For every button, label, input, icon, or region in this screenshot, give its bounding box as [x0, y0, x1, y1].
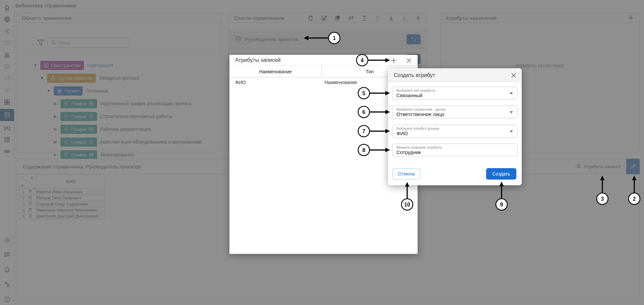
eye-icon[interactable] — [0, 146, 14, 157]
upload-icon[interactable] — [360, 14, 368, 22]
add-remove-icon[interactable]: ± — [31, 175, 33, 180]
tree-item-schedule[interactable]: ▶ График Рабочая документация — [53, 124, 151, 135]
tree-item-label: Рабочая документация — [100, 126, 151, 132]
info-icon[interactable] — [0, 294, 14, 305]
tree-item-label: Западный филиал — [99, 75, 139, 81]
tree-item-schedule[interactable]: ▶ График Укрупненный график реализации п… — [53, 98, 191, 109]
record-name: Сидоров Сидр Сидорович — [37, 201, 105, 207]
edit-content-button[interactable] — [626, 159, 640, 174]
table-row: 2 Петров Петр Петрович — [18, 195, 105, 201]
field-label: Выберите атрибут донора — [396, 126, 513, 130]
translate-icon[interactable] — [0, 279, 14, 290]
tree-item-space[interactable]: ▼ Пространство Корпорация — [33, 60, 113, 71]
page-title: Библиотека справочников — [15, 3, 76, 8]
cancel-button[interactable]: Отмена — [392, 168, 420, 180]
caret-down-icon[interactable]: ▼ — [40, 76, 44, 80]
chevron-down-icon — [510, 111, 513, 113]
caret-right-icon[interactable]: ▶ — [53, 101, 57, 106]
search-placeholder: Поиск — [58, 40, 71, 45]
comments-icon[interactable] — [0, 249, 14, 260]
scope-panel-title: Область применения — [16, 13, 221, 23]
add-attribute-icon[interactable] — [628, 14, 634, 23]
assignment-attrs-title: Атрибуты назначения — [440, 13, 640, 23]
scope-panel: Область применения Поиск ▼ Пространство … — [16, 13, 222, 152]
swap-icon[interactable] — [347, 14, 354, 22]
copy-stack-icon[interactable] — [0, 61, 14, 72]
fio-column-header: ФИО — [37, 175, 105, 189]
schedule-badge: График — [60, 125, 97, 134]
schedule-badge: График — [60, 150, 97, 159]
add-row-icon[interactable]: + — [21, 182, 24, 188]
table-row: 4 Николаев Николая Николаевич — [18, 207, 105, 213]
record-name: Иванов Иван Иванович — [37, 189, 105, 195]
attribute-type-select[interactable]: Выберите тип атрибута Связанный — [392, 87, 518, 100]
delete-row-icon[interactable] — [28, 195, 32, 201]
delete-row-icon[interactable] — [28, 189, 32, 195]
create-button[interactable]: Создать — [486, 168, 516, 180]
panel-icon[interactable] — [0, 37, 14, 49]
record-attrs-button[interactable]: Атрибуты записей — [575, 159, 621, 174]
record-attrs-modal-title: Атрибуты записей — [229, 55, 418, 66]
download-dot-icon[interactable] — [401, 14, 408, 22]
sort-lines-icon[interactable] — [0, 26, 14, 37]
delete-row-icon[interactable] — [28, 214, 32, 219]
close-icon[interactable] — [405, 56, 413, 65]
download-icon[interactable] — [387, 14, 395, 22]
sync-button[interactable] — [406, 34, 421, 44]
delete-row-icon[interactable] — [28, 201, 32, 207]
delete-row-icon[interactable] — [28, 207, 32, 213]
project-badge: Проект — [54, 86, 83, 96]
chevron-down-icon — [510, 130, 513, 132]
donor-dictionary-select[interactable]: Выберите справочник - донор Ответственно… — [392, 106, 518, 118]
bell-icon[interactable] — [0, 264, 14, 275]
table-corner-cell[interactable]: + ± — [18, 175, 37, 189]
schedule-badge: График — [60, 99, 97, 108]
tree-item-project[interactable]: ▼ Проект Гостиница — [47, 85, 109, 96]
caret-right-icon[interactable]: ▶ — [53, 127, 57, 131]
tree-item-label: Гостиница — [86, 88, 108, 93]
caret-right-icon[interactable]: ▶ — [53, 140, 57, 144]
caret-down-icon[interactable]: ▼ — [33, 63, 37, 68]
chart-icon[interactable] — [0, 49, 14, 61]
search-input[interactable]: Поиск — [47, 38, 129, 48]
upload-dot-icon[interactable] — [374, 14, 381, 22]
text-attribute-icon[interactable]: [A] — [0, 122, 14, 134]
empty-state-text: Атрибуты отсутствуют — [440, 63, 640, 68]
filter-icon[interactable] — [37, 39, 45, 48]
divider — [16, 52, 221, 52]
caret-right-icon[interactable]: ▶ — [53, 152, 57, 157]
tree-item-schedule[interactable]: ▶ График Комплектация оборудованием и ма… — [53, 137, 202, 147]
space-badge: Пространство — [40, 61, 84, 70]
caret-right-icon[interactable]: ▶ — [53, 114, 57, 119]
list-item-dictionary[interactable]: Руководитель проектов — [229, 30, 426, 49]
edit-icon[interactable] — [320, 14, 328, 22]
close-icon[interactable] — [510, 71, 518, 79]
attribute-name-input[interactable]: Введите название атрибута Сотрудник — [392, 144, 518, 156]
tree-item-label: Авансирование — [100, 152, 134, 157]
field-label: Введите название атрибута — [396, 145, 513, 149]
add-icon[interactable] — [414, 14, 422, 22]
tree-item-project-group[interactable]: ▼ Группа проектов Западный филиал — [40, 73, 139, 83]
home-icon[interactable] — [0, 2, 14, 13]
globe-icon[interactable] — [0, 14, 14, 25]
database-icon[interactable] — [0, 109, 14, 121]
field-value: ФИО — [396, 130, 513, 137]
schedule-badge: График — [60, 112, 97, 121]
hatch-icon[interactable] — [0, 84, 14, 96]
list-icon — [575, 163, 581, 170]
tree-item-label: Комплектация оборудованием и материалами — [100, 139, 202, 145]
add-record-attr-icon[interactable] — [390, 56, 398, 65]
trash-icon[interactable] — [307, 14, 314, 22]
record-name: Петров Петр Петрович — [37, 195, 105, 201]
caret-down-icon[interactable]: ▼ — [47, 88, 51, 93]
donor-attribute-select[interactable]: Выберите атрибут донора ФИО — [392, 125, 518, 138]
brightness-icon[interactable] — [0, 234, 14, 246]
attr-name: ФИО — [229, 80, 322, 85]
copy-icon[interactable] — [334, 14, 341, 22]
schedule-badge: График — [60, 138, 97, 147]
tree-item-schedule[interactable]: ▶ График Строительно-монтажные работы — [53, 111, 172, 122]
record-name: Дмитриев Дмитрий Дмитриевич — [37, 213, 105, 219]
calendar-icon[interactable] — [0, 134, 14, 145]
grid-icon[interactable] — [0, 97, 14, 108]
flag-icon[interactable] — [0, 73, 14, 84]
